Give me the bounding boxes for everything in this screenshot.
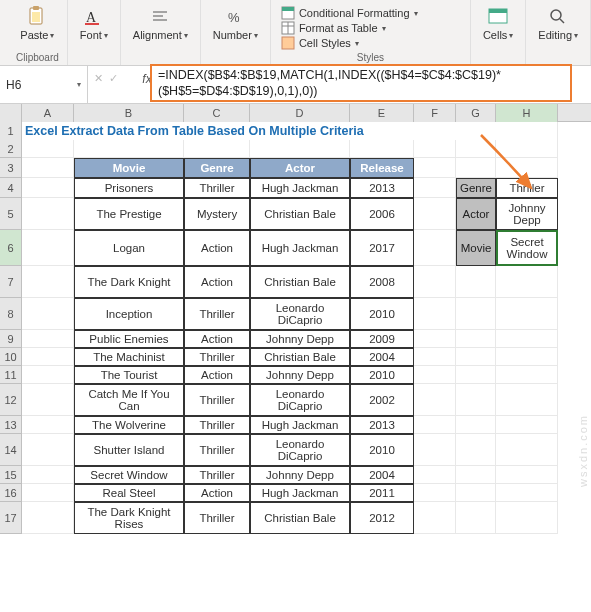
- table-cell[interactable]: Leonardo DiCaprio: [250, 384, 350, 416]
- table-cell[interactable]: Action: [184, 266, 250, 298]
- table-header[interactable]: Actor: [250, 158, 350, 178]
- cell[interactable]: [22, 466, 74, 484]
- cell[interactable]: [414, 298, 456, 330]
- col-header[interactable]: C: [184, 104, 250, 122]
- cell[interactable]: [414, 348, 456, 366]
- table-cell[interactable]: The Dark Knight: [74, 266, 184, 298]
- cell[interactable]: [496, 330, 558, 348]
- table-cell[interactable]: Action: [184, 230, 250, 266]
- row-header[interactable]: 12: [0, 384, 22, 416]
- cell[interactable]: [22, 230, 74, 266]
- table-cell[interactable]: The Prestige: [74, 198, 184, 230]
- table-cell[interactable]: 2010: [350, 298, 414, 330]
- table-cell[interactable]: Christian Bale: [250, 266, 350, 298]
- cell[interactable]: [414, 140, 456, 158]
- cell[interactable]: [456, 266, 496, 298]
- cell[interactable]: [496, 416, 558, 434]
- table-cell[interactable]: Public Enemies: [74, 330, 184, 348]
- conditional-formatting-button[interactable]: Conditional Formatting▾: [279, 6, 420, 20]
- cell[interactable]: [22, 140, 74, 158]
- row-header[interactable]: 14: [0, 434, 22, 466]
- cell[interactable]: [496, 298, 558, 330]
- cell[interactable]: [22, 158, 74, 178]
- cell[interactable]: [22, 502, 74, 534]
- table-cell[interactable]: 2013: [350, 178, 414, 198]
- table-cell[interactable]: The Wolverine: [74, 416, 184, 434]
- table-cell[interactable]: Shutter Island: [74, 434, 184, 466]
- cell[interactable]: [250, 140, 350, 158]
- table-cell[interactable]: Action: [184, 484, 250, 502]
- table-cell[interactable]: Christian Bale: [250, 502, 350, 534]
- table-cell[interactable]: 2013: [350, 416, 414, 434]
- cell[interactable]: [22, 416, 74, 434]
- table-cell[interactable]: 2004: [350, 466, 414, 484]
- row-header[interactable]: 8: [0, 298, 22, 330]
- cell[interactable]: [414, 384, 456, 416]
- cell[interactable]: [414, 330, 456, 348]
- col-header[interactable]: A: [22, 104, 74, 122]
- cell[interactable]: [496, 366, 558, 384]
- table-cell[interactable]: Mystery: [184, 198, 250, 230]
- cell[interactable]: [22, 298, 74, 330]
- cell[interactable]: [414, 502, 456, 534]
- table-cell[interactable]: 2010: [350, 366, 414, 384]
- row-header[interactable]: 7: [0, 266, 22, 298]
- cell[interactable]: [414, 158, 456, 178]
- table-cell[interactable]: Prisoners: [74, 178, 184, 198]
- row-header[interactable]: 3: [0, 158, 22, 178]
- table-cell[interactable]: Inception: [74, 298, 184, 330]
- cell[interactable]: [456, 466, 496, 484]
- cell[interactable]: [22, 434, 74, 466]
- cell[interactable]: [414, 266, 456, 298]
- table-cell[interactable]: 2010: [350, 434, 414, 466]
- paste-button[interactable]: Paste▾: [16, 4, 58, 43]
- alignment-button[interactable]: Alignment▾: [129, 4, 192, 43]
- cell[interactable]: [496, 502, 558, 534]
- number-button[interactable]: % Number▾: [209, 4, 262, 43]
- cell[interactable]: [414, 198, 456, 230]
- col-header[interactable]: B: [74, 104, 184, 122]
- cell[interactable]: [414, 434, 456, 466]
- table-header[interactable]: Genre: [184, 158, 250, 178]
- name-box[interactable]: H6 ▾: [0, 66, 88, 103]
- table-cell[interactable]: Secret Window: [74, 466, 184, 484]
- table-header[interactable]: Movie: [74, 158, 184, 178]
- cells-button[interactable]: Cells▾: [479, 4, 517, 43]
- row-header[interactable]: 16: [0, 484, 22, 502]
- table-cell[interactable]: Thriller: [184, 502, 250, 534]
- row-header[interactable]: 1: [0, 122, 22, 141]
- row-header[interactable]: 5: [0, 198, 22, 230]
- cell[interactable]: [496, 266, 558, 298]
- table-cell[interactable]: Thriller: [184, 384, 250, 416]
- cell[interactable]: [496, 434, 558, 466]
- table-cell[interactable]: 2009: [350, 330, 414, 348]
- select-all-corner[interactable]: [0, 104, 22, 122]
- table-cell[interactable]: Thriller: [184, 178, 250, 198]
- chevron-down-icon[interactable]: ▾: [77, 80, 81, 89]
- cell[interactable]: [414, 466, 456, 484]
- table-cell[interactable]: Real Steel: [74, 484, 184, 502]
- cell[interactable]: [74, 140, 184, 158]
- cell[interactable]: [22, 384, 74, 416]
- cell[interactable]: [456, 484, 496, 502]
- cell[interactable]: [456, 502, 496, 534]
- table-cell[interactable]: Christian Bale: [250, 198, 350, 230]
- cell[interactable]: [414, 178, 456, 198]
- row-header[interactable]: 11: [0, 366, 22, 384]
- cell[interactable]: [22, 484, 74, 502]
- table-cell[interactable]: 2006: [350, 198, 414, 230]
- cell[interactable]: [496, 384, 558, 416]
- row-header[interactable]: 15: [0, 466, 22, 484]
- table-cell[interactable]: Thriller: [184, 466, 250, 484]
- result-value-movie[interactable]: Secret Window: [496, 230, 558, 266]
- format-as-table-button[interactable]: Format as Table▾: [279, 21, 420, 35]
- font-button[interactable]: A Font▾: [76, 4, 112, 43]
- table-cell[interactable]: 2017: [350, 230, 414, 266]
- cell[interactable]: [496, 348, 558, 366]
- table-cell[interactable]: The Tourist: [74, 366, 184, 384]
- cell[interactable]: [22, 266, 74, 298]
- cell[interactable]: [456, 330, 496, 348]
- col-header[interactable]: G: [456, 104, 496, 122]
- row-header[interactable]: 9: [0, 330, 22, 348]
- table-cell[interactable]: Action: [184, 366, 250, 384]
